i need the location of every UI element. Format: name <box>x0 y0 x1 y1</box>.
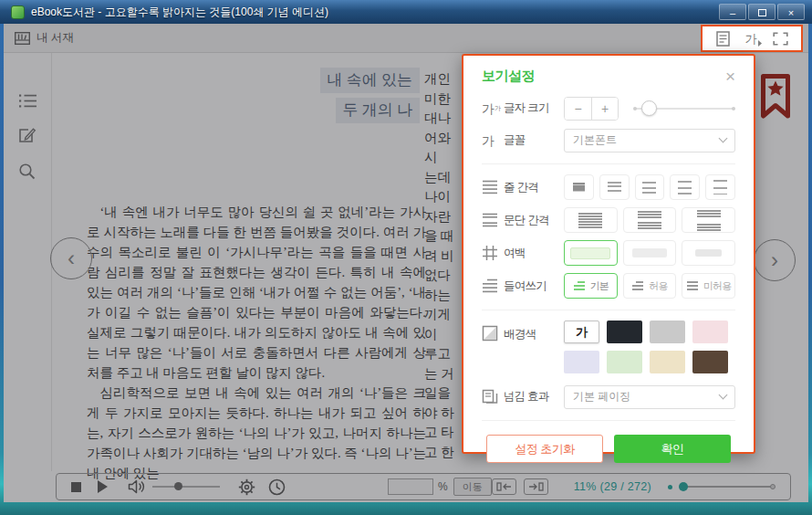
minimize-button[interactable]: – <box>719 4 746 20</box>
line-spacing-4-icon <box>678 181 692 194</box>
paragraph-spacing-2-icon <box>638 211 661 229</box>
bg-swatch-pink[interactable] <box>692 321 728 343</box>
font-family-icon: 가 <box>482 134 504 147</box>
line-spacing-option-5[interactable] <box>705 174 735 200</box>
chevron-down-icon <box>719 134 728 143</box>
page-effect-value: 기본 페이징 <box>573 389 630 405</box>
margin-options <box>564 240 735 266</box>
view-settings-panel: 보기설정 × 가가 글자 크기 − + <box>462 54 755 454</box>
line-spacing-1-icon <box>573 183 585 192</box>
maximize-icon <box>758 9 766 16</box>
page-layout-icon[interactable] <box>716 31 730 47</box>
font-size-label: 글자 크기 <box>504 100 564 116</box>
indent-allow-label: 허용 <box>649 279 667 293</box>
bg-swatch-beige[interactable] <box>650 351 685 373</box>
line-spacing-label: 줄 간격 <box>504 180 564 195</box>
line-spacing-2-icon <box>608 182 621 193</box>
bg-swatch-white[interactable]: 가 <box>564 321 599 343</box>
indent-option-disallow[interactable]: 미허용 <box>682 273 735 299</box>
font-settings-icon[interactable]: 가 <box>745 33 757 45</box>
confirm-button[interactable]: 확인 <box>614 435 731 463</box>
margin-option-1-selected[interactable] <box>564 240 618 266</box>
indent-icon <box>482 278 504 294</box>
indent-option-allow[interactable]: 허용 <box>623 273 677 299</box>
divider <box>482 310 735 310</box>
font-family-label: 글꼴 <box>504 132 564 148</box>
indent-default-icon <box>573 280 586 291</box>
indent-default-label: 기본 <box>590 279 609 293</box>
paragraph-spacing-label: 문단 간격 <box>504 213 564 228</box>
bg-swatch-gray[interactable] <box>650 321 685 343</box>
paragraph-spacing-1-icon <box>578 213 602 228</box>
indent-option-default-selected[interactable]: 기본 <box>564 273 618 299</box>
font-size-knob[interactable] <box>641 100 657 116</box>
page-effect-select[interactable]: 기본 페이징 <box>564 385 735 409</box>
app-window: eBook도서관 - 고요할수록 밝아지는 것들(100쇄 기념 에디션) – … <box>0 0 812 515</box>
bg-swatch-brown[interactable] <box>692 351 728 373</box>
margin-icon <box>482 245 504 261</box>
paragraph-spacing-option-3[interactable] <box>682 207 735 233</box>
line-spacing-5-icon <box>713 180 727 194</box>
line-spacing-icon <box>482 179 504 195</box>
divider <box>482 163 735 164</box>
line-spacing-3-icon <box>642 182 656 194</box>
background-swatches: 가 <box>564 321 728 373</box>
title-bar: eBook도서관 - 고요할수록 밝아지는 것들(100쇄 기념 에디션) – … <box>0 0 812 24</box>
fullscreen-icon[interactable] <box>773 32 788 46</box>
line-spacing-option-1[interactable] <box>564 174 594 200</box>
line-spacing-option-3[interactable] <box>635 174 665 200</box>
paragraph-spacing-icon <box>482 212 504 228</box>
indent-options: 기본 허용 미허용 <box>564 273 735 299</box>
font-size-icon: 가가 <box>482 102 504 115</box>
window-controls: – × <box>719 4 805 20</box>
background-color-icon <box>482 325 504 342</box>
font-size-stepper: − + <box>564 97 619 121</box>
margin-1-icon <box>570 247 610 259</box>
window-title: eBook도서관 - 고요할수록 밝아지는 것들(100쇄 기념 에디션) <box>31 5 328 20</box>
font-family-value: 기본폰트 <box>573 132 617 148</box>
font-size-max-dot <box>732 107 735 110</box>
background-color-label: 배경색 <box>504 327 564 342</box>
panel-close-icon[interactable]: × <box>725 68 735 85</box>
panel-footer: 설정 초기화 확인 <box>482 420 735 463</box>
bg-swatch-green[interactable] <box>607 351 642 373</box>
reset-settings-button[interactable]: 설정 초기화 <box>486 435 603 463</box>
paragraph-spacing-options <box>564 207 735 233</box>
close-button[interactable]: × <box>777 4 805 20</box>
client-area: 내 서재 가 <box>4 24 808 502</box>
line-spacing-option-2[interactable] <box>599 174 630 200</box>
bg-swatch-dark[interactable] <box>607 321 642 343</box>
app-icon <box>11 5 25 19</box>
indent-allow-icon <box>631 280 644 291</box>
font-size-min-dot <box>633 107 637 110</box>
font-settings-glyph: 가 <box>745 33 757 45</box>
bg-swatch-lavender[interactable] <box>564 351 599 373</box>
indent-disallow-label: 미허용 <box>703 279 732 293</box>
margin-3-icon <box>695 249 722 257</box>
line-spacing-options <box>564 174 735 200</box>
paragraph-spacing-option-2[interactable] <box>623 207 677 233</box>
page-effect-label: 넘김 효과 <box>504 389 564 405</box>
line-spacing-option-4[interactable] <box>670 174 700 200</box>
margin-option-2[interactable] <box>623 240 677 266</box>
paragraph-spacing-option-1[interactable] <box>564 207 618 233</box>
indent-disallow-icon <box>686 280 699 291</box>
indent-label: 들여쓰기 <box>504 279 564 294</box>
font-size-decrease-button[interactable]: − <box>565 98 591 120</box>
chevron-down-icon <box>719 391 728 400</box>
maximize-button[interactable] <box>748 4 776 20</box>
font-size-increase-button[interactable]: + <box>591 98 618 120</box>
paragraph-spacing-3-icon <box>697 210 721 231</box>
font-family-select[interactable]: 기본폰트 <box>564 129 735 152</box>
margin-2-icon <box>632 248 667 258</box>
margin-label: 여백 <box>504 246 564 261</box>
margin-option-3[interactable] <box>682 240 735 266</box>
view-tools-highlight: 가 <box>701 25 803 52</box>
page-effect-icon <box>482 389 504 405</box>
font-size-slider[interactable] <box>633 97 735 121</box>
panel-title: 보기설정 <box>482 68 535 85</box>
